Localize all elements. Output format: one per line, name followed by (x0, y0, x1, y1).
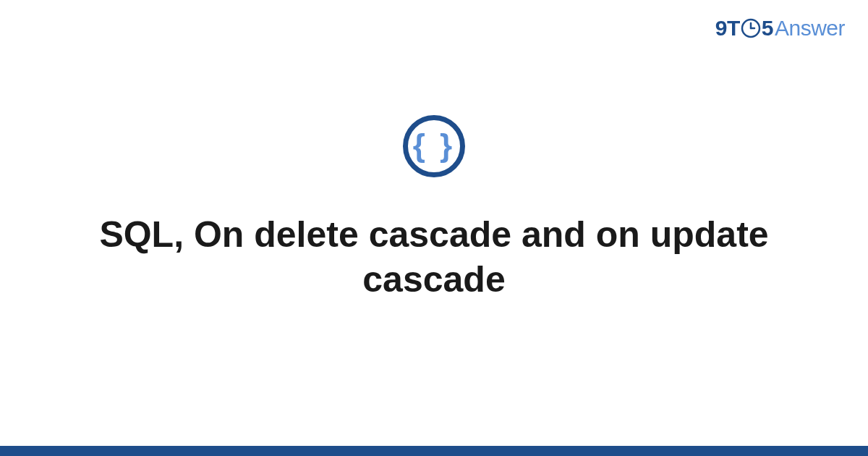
main-content: { } SQL, On delete cascade and on update… (0, 0, 868, 446)
braces-glyph: { } (413, 130, 455, 161)
braces-icon: { } (403, 115, 465, 177)
footer-accent-bar (0, 446, 868, 456)
page-title: SQL, On delete cascade and on update cas… (87, 212, 781, 303)
